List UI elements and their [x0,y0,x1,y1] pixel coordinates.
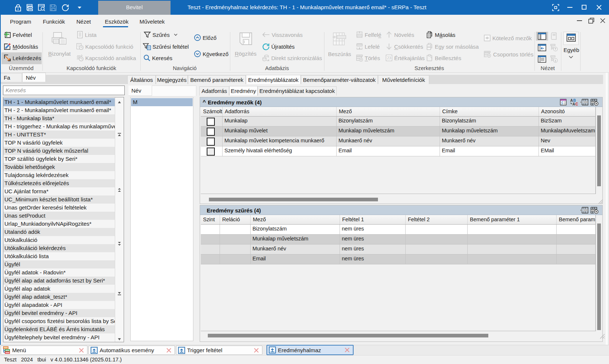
svg-text:A: A [572,102,575,106]
svg-text:C: C [575,102,578,106]
svg-text:23: 23 [387,56,391,60]
